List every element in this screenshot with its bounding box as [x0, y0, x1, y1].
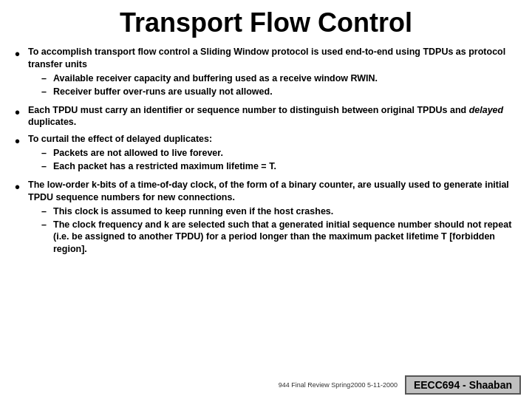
- footer: 944 Final Review Spring2000 5-11-2000 EE…: [279, 375, 521, 395]
- slide-title: Transport Flow Control: [15, 7, 517, 38]
- bullet-2-italic: delayed: [469, 105, 504, 115]
- footer-small-text: 944 Final Review Spring2000 5-11-2000: [279, 381, 398, 389]
- bullet-1-text: To accomplish transport flow control a S…: [28, 46, 517, 71]
- bullet-dot-1: •: [15, 46, 28, 61]
- bullet-2: • Each TPDU must carry an identifier or …: [15, 104, 517, 129]
- sub-bullet-4-1: – This clock is assumed to keep running …: [41, 205, 517, 218]
- content-area: • To accomplish transport flow control a…: [15, 46, 517, 257]
- bullet-dot-2: •: [15, 104, 28, 120]
- bullet-dot-3: •: [15, 133, 28, 149]
- bullet-4: • The low-order k-bits of a time-of-day …: [15, 179, 517, 257]
- bullet-1-subs: – Available receiver capacity and buffer…: [41, 72, 517, 98]
- slide: Transport Flow Control • To accomplish t…: [0, 0, 532, 399]
- sub-bullet-3-2: – Each packet has a restricted maximum l…: [41, 160, 517, 173]
- sub-bullet-3-1: – Packets are not allowed to live foreve…: [41, 147, 517, 160]
- sub-bullet-4-2: – The clock frequency and k are selected…: [41, 219, 517, 256]
- footer-badge: EECC694 - Shaaban: [405, 375, 521, 395]
- bullet-3: • To curtail the effect of delayed dupli…: [15, 133, 517, 174]
- bullet-3-subs: – Packets are not allowed to live foreve…: [41, 147, 517, 173]
- bullet-dot-4: •: [15, 179, 28, 194]
- sub-bullet-1-1: – Available receiver capacity and buffer…: [41, 72, 517, 85]
- bullet-4-subs: – This clock is assumed to keep running …: [41, 205, 517, 256]
- bullet-1: • To accomplish transport flow control a…: [15, 46, 517, 100]
- bullet-2-text: Each TPDU must carry an identifier or se…: [28, 104, 517, 129]
- bullet-4-text: The low-order k-bits of a time-of-day cl…: [28, 179, 517, 204]
- bullet-3-text: To curtail the effect of delayed duplica…: [28, 133, 517, 146]
- sub-bullet-1-2: – Receiver buffer over-runs are usually …: [41, 86, 517, 98]
